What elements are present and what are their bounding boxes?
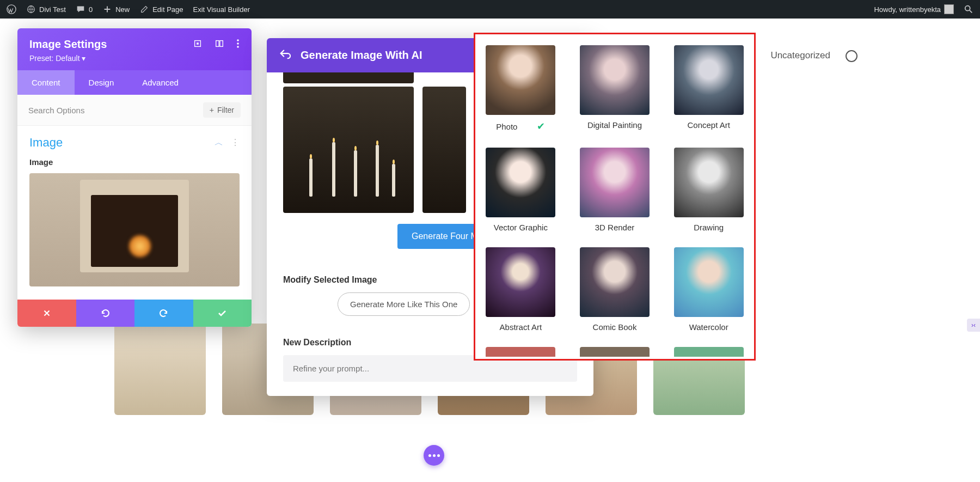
site-link[interactable]: Divi Test [26, 4, 66, 14]
style-label: Watercolor [689, 322, 728, 332]
style-option-digital-painting[interactable]: Digital Painting [577, 45, 653, 132]
cancel-button[interactable] [17, 300, 76, 327]
settings-tabs: Content Design Advanced [17, 70, 252, 95]
style-label: Abstract Art [500, 322, 542, 332]
svg-point-8 [237, 42, 239, 45]
ai-panel-title: Generate Image With AI [301, 49, 422, 62]
plus-icon: + [210, 106, 214, 114]
back-icon[interactable] [279, 48, 291, 63]
comments-link[interactable]: 0 [76, 4, 93, 14]
style-option-peek[interactable] [577, 347, 653, 357]
style-option-3d-render[interactable]: 3D Render [577, 148, 653, 232]
tab-advanced[interactable]: Advanced [128, 70, 193, 95]
chevron-up-icon[interactable]: ︿ [215, 137, 223, 149]
search-icon[interactable] [964, 4, 973, 14]
avatar [944, 4, 954, 14]
redo-button[interactable] [134, 300, 193, 327]
svg-point-7 [237, 39, 239, 41]
style-option-vector-graphic[interactable]: Vector Graphic [483, 148, 559, 232]
new-link[interactable]: New [102, 4, 130, 14]
style-option-peek[interactable] [483, 347, 559, 357]
image-preview[interactable] [29, 173, 240, 286]
tab-content[interactable]: Content [17, 70, 75, 95]
style-label: 3D Render [595, 223, 635, 232]
section-more-icon[interactable]: ⋮ [231, 137, 240, 149]
style-label: Concept Art [687, 120, 730, 130]
exit-visual-builder[interactable]: Exit Visual Builder [193, 5, 250, 14]
style-thumb [486, 247, 555, 317]
nav-search-icon[interactable] [846, 50, 857, 62]
image-field-label: Image [29, 157, 240, 167]
style-option-drawing[interactable]: Drawing [671, 148, 746, 232]
nav-uncategorized[interactable]: Uncategorized [770, 50, 830, 62]
style-thumb [486, 45, 555, 115]
undo-button[interactable] [76, 300, 135, 327]
edit-page-link[interactable]: Edit Page [139, 4, 183, 14]
side-toggle[interactable]: ›‹ [967, 319, 980, 332]
style-thumb [674, 347, 744, 357]
wp-logo-icon[interactable] [7, 4, 16, 14]
columns-icon[interactable] [215, 39, 224, 51]
svg-point-9 [237, 46, 239, 48]
style-label: Digital Painting [587, 120, 642, 130]
style-thumb [674, 45, 744, 115]
style-label: Drawing [694, 223, 724, 232]
style-thumb [674, 148, 744, 217]
style-option-abstract-art[interactable]: Abstract Art [483, 247, 559, 332]
style-picker-overlay: Photo✔Digital PaintingConcept ArtVector … [474, 33, 756, 361]
save-button[interactable] [193, 300, 252, 327]
style-label: Comic Book [593, 322, 637, 332]
settings-footer [17, 300, 252, 327]
check-icon: ✔ [537, 120, 545, 132]
style-thumb [580, 45, 650, 115]
style-label: Photo [496, 122, 517, 131]
search-options-input[interactable]: Search Options [28, 106, 203, 115]
tab-design[interactable]: Design [75, 70, 128, 95]
more-icon[interactable] [236, 39, 240, 51]
svg-rect-5 [216, 40, 219, 46]
svg-point-2 [965, 6, 970, 11]
style-thumb [674, 247, 744, 317]
style-thumb [580, 347, 650, 357]
style-option-concept-art[interactable]: Concept Art [671, 45, 746, 132]
image-settings-panel: Image Settings Preset: Default ▾ Content… [17, 28, 252, 327]
panel-title: Image Settings [29, 38, 107, 51]
style-thumb [580, 247, 650, 317]
filter-button[interactable]: +Filter [203, 102, 241, 118]
svg-rect-4 [197, 42, 199, 45]
style-thumb [486, 347, 555, 357]
style-option-photo[interactable]: Photo✔ [483, 45, 559, 132]
howdy-user[interactable]: Howdy, writtenbyekta [874, 4, 954, 14]
style-option-peek[interactable] [671, 347, 746, 357]
style-thumb [486, 148, 555, 217]
style-thumb [580, 148, 650, 217]
style-option-comic-book[interactable]: Comic Book [577, 247, 653, 332]
style-label: Vector Graphic [494, 223, 548, 232]
wp-admin-bar: Divi Test 0 New Edit Page Exit Visual Bu… [0, 0, 980, 19]
svg-rect-6 [220, 40, 223, 46]
generated-image-main[interactable] [283, 87, 414, 213]
section-image-heading[interactable]: Image [29, 136, 63, 150]
generate-more-like-button[interactable]: Generate More Like This One [338, 292, 470, 316]
style-option-watercolor[interactable]: Watercolor [671, 247, 746, 332]
preset-dropdown[interactable]: Preset: Default ▾ [29, 54, 240, 63]
generated-image-side[interactable] [422, 87, 466, 213]
divi-fab-button[interactable] [424, 445, 444, 466]
bg-thumb [114, 324, 206, 415]
expand-icon[interactable] [193, 39, 203, 51]
